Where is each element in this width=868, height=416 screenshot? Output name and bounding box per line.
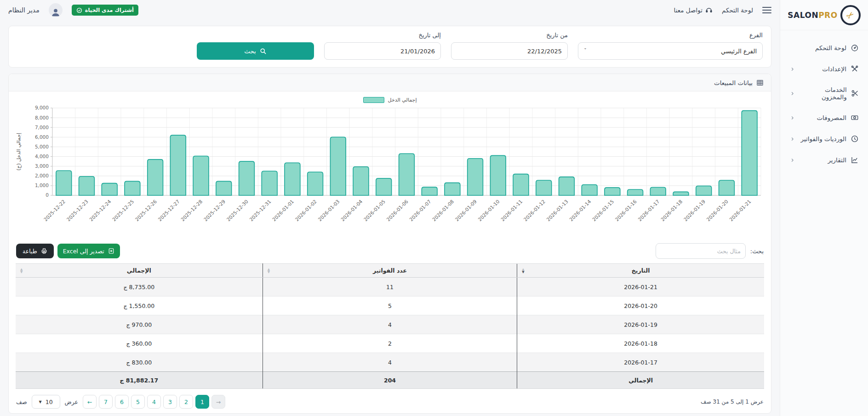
page-size-rows-label: صف — [16, 399, 27, 405]
column-header-0[interactable]: التاريخ▲▼ — [517, 264, 764, 278]
sidebar-item-shifts-invoices[interactable]: الورديات والفواتير — [787, 130, 862, 148]
pagination-page-2[interactable]: 2 — [179, 395, 193, 409]
svg-text:7,000: 7,000 — [35, 125, 49, 130]
sidebar-item-expenses[interactable]: المصروفات — [787, 108, 862, 127]
svg-text:6,000: 6,000 — [35, 134, 49, 140]
chart-legend[interactable]: إجمالي الدخل — [13, 95, 766, 104]
contact-link[interactable]: تواصل معنا — [674, 6, 713, 14]
from-date-input[interactable] — [451, 42, 568, 60]
pagination-prev-button: → — [211, 395, 225, 409]
svg-text:2026-01-12: 2026-01-12 — [523, 199, 547, 222]
pagination-page-5[interactable]: 5 — [131, 395, 145, 409]
svg-text:2025-12-27: 2025-12-27 — [157, 199, 181, 222]
total-cell: 360.00 ج — [16, 334, 263, 353]
printer-icon — [41, 248, 47, 254]
branch-select[interactable]: الفرع الرئيسي ˇ — [578, 42, 763, 60]
svg-text:2025-12-29: 2025-12-29 — [203, 199, 227, 222]
sidebar-item-label: الخدمات والمخزون — [799, 86, 847, 101]
sales-table-wrap: التاريخ▲▼عدد الفواتير▲▼الإجمالي▲▼ 2026-0… — [9, 262, 771, 389]
search-button[interactable]: بحث — [197, 42, 314, 60]
logo-text: SALONPRO — [788, 11, 837, 20]
date-cell: 2026-01-17 — [517, 353, 764, 372]
to-date-input[interactable] — [324, 42, 441, 60]
table-total-row: الإجمالي20481,882.17 ج — [16, 372, 764, 389]
svg-text:2026-01-13: 2026-01-13 — [545, 199, 569, 222]
svg-text:2025-12-30: 2025-12-30 — [225, 199, 249, 222]
invoice-count-cell: 5 — [263, 296, 517, 315]
svg-text:2025-12-28: 2025-12-28 — [180, 199, 204, 222]
pagination-page-3[interactable]: 3 — [163, 395, 177, 409]
sidebar-item-dashboard[interactable]: لوحة التحكم — [787, 39, 862, 57]
chevron-left-icon — [789, 157, 795, 163]
table-row[interactable]: 2026-01-21118,735.00 ج — [16, 278, 764, 296]
sidebar-item-reports[interactable]: التقارير — [787, 151, 862, 169]
column-header-label: الإجمالي — [127, 267, 151, 274]
branch-label: الفرع — [578, 32, 763, 39]
sort-icon: ▲▼ — [522, 268, 524, 274]
pagination-page-1[interactable]: 1 — [195, 395, 209, 409]
branch-selected-value: الفرع الرئيسي — [721, 48, 757, 55]
column-header-2[interactable]: الإجمالي▲▼ — [16, 264, 263, 278]
to-date-label: إلى تاريخ — [324, 32, 441, 39]
export-excel-button[interactable]: تصدير إلى Excel — [57, 244, 120, 258]
date-cell: 2026-01-21 — [517, 278, 764, 296]
pagination-page-7[interactable]: 7 — [99, 395, 113, 409]
svg-text:2026-01-16: 2026-01-16 — [614, 199, 638, 222]
pager-cluster: →1234567← عرض 10 ▼ صف — [16, 395, 225, 409]
table-search-label: بحث: — [750, 248, 764, 255]
svg-text:2025-12-22: 2025-12-22 — [43, 199, 67, 222]
svg-text:9,000: 9,000 — [35, 105, 49, 110]
page-size-value: 10 — [46, 399, 53, 405]
excel-file-icon — [108, 248, 114, 254]
table-row[interactable]: 2026-01-174830.00 ج — [16, 353, 764, 372]
search-icon — [260, 48, 267, 55]
gauge-icon — [851, 44, 859, 52]
branch-field: الفرع الفرع الرئيسي ˇ — [578, 32, 763, 60]
pagination-page-4[interactable]: 4 — [147, 395, 161, 409]
svg-text:4,000: 4,000 — [35, 154, 49, 159]
username-label[interactable]: مدير النظام — [8, 6, 40, 14]
table-row[interactable]: 2026-01-182360.00 ج — [16, 334, 764, 353]
chevron-left-icon — [789, 136, 795, 142]
total-cell: 830.00 ج — [16, 353, 263, 372]
pagination-page-6[interactable]: 6 — [115, 395, 129, 409]
scissors-logo-icon: ✂ — [840, 5, 861, 25]
svg-text:5,000: 5,000 — [35, 144, 49, 149]
date-cell: 2026-01-19 — [517, 315, 764, 334]
tools-icon — [851, 65, 859, 73]
sort-icon: ▲▼ — [268, 268, 270, 274]
svg-text:2026-01-10: 2026-01-10 — [477, 199, 501, 222]
svg-text:1,000: 1,000 — [35, 182, 49, 188]
page-size-select[interactable]: 10 ▼ — [32, 395, 60, 409]
legend-label: إجمالي الدخل — [388, 97, 417, 103]
money-icon — [851, 114, 859, 122]
total-cell: 970.00 ج — [16, 315, 263, 334]
sidebar-item-services-inventory[interactable]: الخدمات والمخزون — [787, 81, 862, 106]
pagination-next-button[interactable]: ← — [83, 395, 97, 409]
table-row[interactable]: 2026-01-194970.00 ج — [16, 315, 764, 334]
svg-text:2026-01-17: 2026-01-17 — [637, 199, 661, 222]
table-controls: بحث: تصدير إلى Excel طباعة — [9, 239, 771, 262]
column-header-1[interactable]: عدد الفواتير▲▼ — [263, 264, 517, 278]
print-button[interactable]: طباعة — [16, 244, 54, 258]
table-search-input[interactable] — [656, 243, 746, 259]
sidebar-item-label: الإعدادات — [822, 65, 846, 73]
invoice-count-cell: 4 — [263, 353, 517, 372]
user-avatar[interactable] — [49, 3, 63, 17]
total-label-cell: الإجمالي — [517, 372, 764, 389]
check-circle-icon — [76, 7, 82, 13]
table-row[interactable]: 2026-01-2051,550.00 ج — [16, 296, 764, 315]
app-logo[interactable]: SALONPRO ✂ — [780, 0, 868, 30]
svg-text:2026-01-04: 2026-01-04 — [340, 199, 364, 222]
to-date-field: إلى تاريخ — [324, 32, 441, 60]
dashboard-link[interactable]: لوحة التحكم — [722, 6, 753, 14]
svg-text:2026-01-14: 2026-01-14 — [568, 199, 592, 222]
sidebar-item-settings[interactable]: الإعدادات — [787, 60, 862, 78]
table-search-group: بحث: — [656, 243, 764, 259]
svg-text:3,000: 3,000 — [35, 163, 49, 169]
svg-text:2026-01-11: 2026-01-11 — [500, 199, 524, 222]
svg-text:2026-01-18: 2026-01-18 — [660, 199, 684, 222]
sales-card-title: بيانات المبيعات — [714, 79, 753, 86]
svg-text:8,000: 8,000 — [35, 115, 49, 120]
hamburger-menu-icon[interactable] — [762, 7, 771, 13]
